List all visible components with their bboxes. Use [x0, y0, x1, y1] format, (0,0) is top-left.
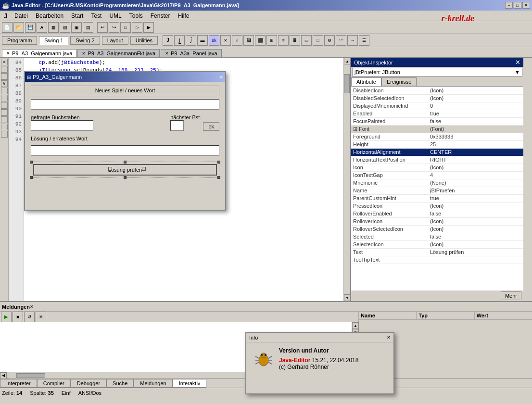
hscroll-thumb[interactable]	[16, 373, 45, 378]
swing-btn-t4[interactable]: □	[313, 35, 323, 46]
menu-bearbeiten[interactable]: Bearbeiten	[32, 12, 67, 20]
toolbar-c[interactable]: ▧	[60, 22, 70, 33]
scroll-thumb[interactable]	[344, 74, 350, 93]
toolbar-f1[interactable]: □	[120, 22, 131, 33]
hscroll-left[interactable]: ◀	[0, 372, 7, 379]
swing-btn-gear[interactable]: ⚙	[324, 35, 335, 46]
asked-letters-input[interactable]	[31, 120, 93, 131]
gutter-btn-4[interactable]: //	[1, 80, 8, 87]
toolbar-new[interactable]: 📄	[2, 22, 13, 33]
swing-btn-img[interactable]: 🖼	[243, 35, 254, 46]
menu-test[interactable]: Test	[87, 12, 105, 20]
obj-inspector-close[interactable]: ✕	[515, 59, 520, 66]
table-row[interactable]: RolloverSelectedIcon(Icon)	[351, 225, 523, 233]
toolbar-open[interactable]: 📂	[13, 22, 24, 33]
handle-tm[interactable]	[124, 161, 127, 164]
gutter-btn-11[interactable]: ·	[1, 131, 8, 138]
swing-btn-arr2[interactable]: →	[347, 35, 358, 46]
toolbar-f3[interactable]: ▶	[143, 22, 154, 33]
close-button[interactable]: ✕	[522, 2, 530, 9]
scroll-down-arrow[interactable]: ▼	[344, 294, 350, 301]
tab-swing1[interactable]: Swing 1	[39, 36, 68, 45]
toolbar-undo[interactable]: ↩	[97, 22, 108, 33]
check-solution-button[interactable]: Lösung prüfen	[33, 164, 217, 176]
gutter-btn-10[interactable]: ·	[1, 124, 8, 130]
bottom-tab-compiler[interactable]: Compiler	[37, 379, 71, 388]
tab-utilities[interactable]: Utilities	[130, 36, 158, 45]
handle-bl[interactable]	[30, 176, 33, 179]
toolbar-save[interactable]: 💾	[25, 22, 36, 33]
table-row[interactable]: Selectedfalse	[351, 233, 523, 240]
menu-hilfe[interactable]: Hilfe	[174, 12, 193, 20]
table-row[interactable]: FocusPaintedfalse	[351, 117, 523, 125]
swing-btn-ok[interactable]: ok	[209, 35, 219, 46]
new-game-button[interactable]: Neues Spiel / neues Wort	[31, 86, 219, 95]
swing-btn-t2[interactable]: ≣	[290, 35, 300, 46]
meldungen-close[interactable]: ✕	[30, 304, 34, 309]
code-vertical-scrollbar[interactable]: ▲ ▼	[343, 58, 350, 301]
table-row[interactable]: Icon(Icon)	[351, 164, 523, 171]
bottom-tab-suche[interactable]: Suche	[106, 379, 134, 388]
file-tab-close-1[interactable]: ✕	[6, 51, 10, 56]
toolbar-redo[interactable]: ↪	[109, 22, 119, 33]
info-close-button[interactable]: ✕	[387, 335, 391, 340]
solution-input[interactable]	[31, 145, 219, 156]
maximize-button[interactable]: □	[514, 2, 521, 9]
table-row[interactable]: PressedIcon(Icon)	[351, 202, 523, 210]
display-field[interactable]	[31, 99, 219, 110]
scroll-track[interactable]	[344, 64, 350, 294]
swing-btn-x[interactable]: ✕	[220, 35, 231, 46]
reload-button[interactable]: ↺	[24, 312, 35, 322]
handle-tl[interactable]	[30, 161, 33, 164]
swing-btn-wave[interactable]: 〰	[336, 35, 346, 46]
swing-btn-arr[interactable]: ⬛	[255, 35, 266, 46]
swing-btn-t3[interactable]: ▭	[301, 35, 312, 46]
table-row[interactable]: RolloverIcon(Icon)	[351, 217, 523, 225]
table-row[interactable]: Foreground0x333333	[351, 133, 523, 140]
table-row[interactable]: ToolTipText	[351, 256, 523, 264]
scroll-up-arrow[interactable]: ▲	[344, 58, 350, 64]
table-row[interactable]: TextLösung prüfen	[351, 248, 523, 256]
swing-btn-2[interactable]: J̲	[174, 35, 185, 46]
file-tab-close-3[interactable]: ✕	[165, 51, 169, 56]
handle-tr[interactable]	[217, 161, 220, 164]
tab-ereignisse[interactable]: Ereignisse	[381, 77, 417, 86]
swing-btn-1[interactable]: J	[163, 35, 173, 46]
gutter-btn-6[interactable]: ·	[1, 95, 8, 101]
galgenmann-close-button[interactable]: ✕	[219, 75, 223, 80]
tab-programm[interactable]: Programm	[2, 36, 37, 45]
toolbar-a[interactable]: A	[37, 22, 47, 33]
toolbar-e[interactable]: ▤	[83, 22, 93, 33]
table-row[interactable]: HorizontalAlignmentCENTER	[351, 148, 523, 156]
minimize-button[interactable]: −	[505, 2, 513, 9]
swing-btn-tbl[interactable]: ⊞	[266, 35, 277, 46]
tab-swing2[interactable]: Swing 2	[70, 36, 100, 45]
table-row[interactable]: IconTextGap4	[351, 171, 523, 179]
toolbar-b[interactable]: ▦	[48, 22, 59, 33]
toolbar-f2[interactable]: ▷	[132, 22, 142, 33]
ok-button[interactable]: ok	[203, 122, 219, 131]
swing-btn-t1[interactable]: ≡	[278, 35, 289, 46]
table-row[interactable]: DisabledSelectedIcon(Icon)	[351, 94, 523, 102]
gutter-btn-2[interactable]: ·	[1, 66, 8, 73]
bottom-scroll-up[interactable]: ▲	[352, 322, 359, 329]
bottom-tab-meldungen[interactable]: Meldungen	[134, 379, 172, 388]
bottom-tab-interpreter[interactable]: Interpreter	[0, 379, 37, 388]
toolbar-d[interactable]: ▣	[71, 22, 82, 33]
next-letter-input[interactable]	[170, 120, 184, 131]
gutter-btn-5[interactable]: ·	[1, 88, 8, 94]
gutter-btn-7[interactable]: ·	[1, 102, 8, 109]
tab-layout[interactable]: Layout	[102, 36, 128, 45]
run-button[interactable]: ▶	[1, 312, 12, 322]
gutter-btn-8[interactable]: ·	[1, 109, 8, 116]
handle-bm[interactable]	[124, 176, 127, 179]
clear-button[interactable]: ✕	[36, 312, 46, 322]
table-row[interactable]: HorizontalTextPositionRIGHT	[351, 156, 523, 164]
app-menu-icon[interactable]: J	[1, 11, 11, 21]
table-row[interactable]: ⊞ Font(Font)	[351, 125, 523, 133]
table-row[interactable]: Mnemonic(None)	[351, 179, 523, 187]
obj-dropdown[interactable]: jBtPruefen: JButton ▼	[352, 68, 522, 76]
table-row[interactable]: NamejBtPruefen	[351, 187, 523, 194]
file-tab-2[interactable]: ✕ P9_A3_GalgenmannFkt.java	[77, 49, 160, 57]
swing-btn-misc[interactable]: ☰	[359, 35, 369, 46]
